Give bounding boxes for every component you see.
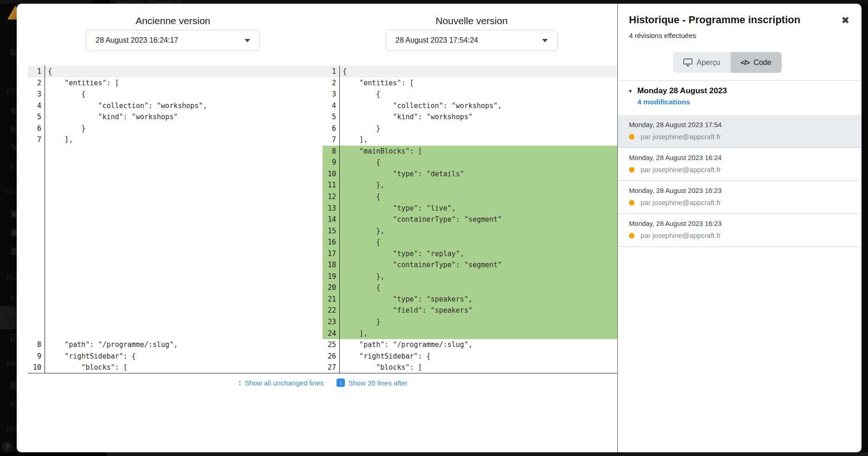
code-line: "entities": [ xyxy=(45,77,323,89)
show-after-link[interactable]: ↓ Show 20 lines after xyxy=(337,379,408,387)
line-number: 8 xyxy=(323,146,340,157)
code-line: } xyxy=(45,123,323,135)
diff-row: 22 "field": "speakers" xyxy=(323,305,617,316)
revision-item[interactable]: Monday, 28 August 2023 16:23par josephin… xyxy=(618,181,862,214)
line-number: 7 xyxy=(28,134,45,146)
app-header-title: Package - Formule C xyxy=(116,0,182,4)
diff-row: 4 "collection": "workshops", xyxy=(28,100,323,112)
code-line: "collection": "workshops", xyxy=(340,100,617,112)
code-line: }, xyxy=(340,180,617,191)
diff-row: 7 ], xyxy=(323,134,617,146)
code-line: { xyxy=(340,191,617,203)
diff-row: 18 "containerType": "segment" xyxy=(323,259,617,271)
code-line: "path": "/programme/:slug", xyxy=(340,339,617,351)
sidebar-section-label: INT xyxy=(6,426,17,433)
diff-row: 10 "blocks": [ xyxy=(28,362,323,373)
down-arrow-icon: ↓ xyxy=(337,379,345,387)
new-version-title: Nouvelle version xyxy=(386,15,557,26)
app-header-strip: Package - Formule C xyxy=(0,0,868,4)
old-version-dropdown[interactable]: 28 August 2023 16:24:17 xyxy=(86,30,260,51)
revision-date: Monday, 28 August 2023 17:54 xyxy=(629,121,862,128)
diff-row: 6 } xyxy=(323,123,617,135)
collapse-triangle-icon[interactable]: ▼ xyxy=(628,89,633,106)
code-line: ], xyxy=(340,134,617,146)
diff-row: 13 "type": "live", xyxy=(323,203,617,214)
header-block xyxy=(93,0,110,4)
line-number: 2 xyxy=(323,77,340,89)
show-unchanged-link[interactable]: ↕ Show all unchanged lines xyxy=(238,379,324,387)
diff-expand-links: ↕ Show all unchanged lines ↓ Show 20 lin… xyxy=(28,379,617,387)
history-diff-modal: Ancienne version Nouvelle version 28 Aug… xyxy=(17,4,862,452)
new-version-dropdown[interactable]: 28 August 2023 17:54:24 xyxy=(386,30,557,51)
line-number: 7 xyxy=(323,134,340,146)
chevron-down-icon xyxy=(245,39,250,42)
diff-row: 25 "path": "/programme/:slug", xyxy=(323,339,617,351)
line-number: 10 xyxy=(28,362,45,373)
revision-item[interactable]: Monday, 28 August 2023 16:24par josephin… xyxy=(618,148,862,181)
code-line: "type": "speakers", xyxy=(340,294,617,305)
diff-row: 20 { xyxy=(323,282,617,294)
line-number: 22 xyxy=(323,305,340,316)
line-number: 3 xyxy=(323,89,340,100)
line-number: 5 xyxy=(28,111,45,123)
revision-author-row: par josephine@appcraft.fr xyxy=(629,199,862,206)
code-line: }, xyxy=(340,225,617,237)
code-line: "mainBlocks": [ xyxy=(340,146,617,157)
code-line: }, xyxy=(340,271,617,283)
code-line: "blocks": [ xyxy=(45,362,323,373)
close-icon[interactable]: ✖ xyxy=(841,15,849,26)
code-spacer xyxy=(45,146,323,340)
code-line: "collection": "workshops", xyxy=(45,100,323,112)
diff-row: 11 }, xyxy=(323,180,617,191)
line-number: 8 xyxy=(28,339,45,351)
diff-row xyxy=(28,146,323,340)
revision-item[interactable]: Monday, 28 August 2023 16:23par josephin… xyxy=(618,214,862,247)
app-footer-strip xyxy=(0,452,868,456)
revision-item[interactable]: Monday, 28 August 2023 17:54par josephin… xyxy=(618,115,862,148)
line-number: 1 xyxy=(323,66,340,77)
diff-row: 27 "blocks": [ xyxy=(323,362,617,373)
diff-row: 9 "rightSidebar": { xyxy=(28,351,323,362)
status-dot-icon xyxy=(629,134,635,140)
line-number: 27 xyxy=(323,362,340,373)
diff-row: 6 } xyxy=(28,123,323,135)
revision-author: par josephine@appcraft.fr xyxy=(641,166,721,173)
monitor-icon xyxy=(683,58,693,66)
apercu-label: Aperçu xyxy=(697,58,720,67)
diff-row: 24 ], xyxy=(323,328,617,340)
view-toggle: Aperçu </> Code xyxy=(673,52,782,73)
new-version-selected: 28 August 2023 17:54:24 xyxy=(395,36,478,45)
gutter-spacer xyxy=(28,146,45,340)
revision-author-row: par josephine@appcraft.fr xyxy=(629,133,862,141)
code-icon: </> xyxy=(741,58,750,66)
diff-row: 10 "type": "details" xyxy=(323,168,617,180)
line-number: 16 xyxy=(323,237,340,248)
line-number: 9 xyxy=(28,351,45,362)
line-number: 12 xyxy=(323,191,340,203)
code-line: "rightSidebar": { xyxy=(45,351,323,362)
revision-date: Monday, 28 August 2023 16:23 xyxy=(629,220,862,227)
help-button[interactable]: ? xyxy=(2,441,13,452)
code-line: { xyxy=(340,89,617,100)
diff-row: 14 "containerType": "segment" xyxy=(323,214,617,225)
line-number: 19 xyxy=(323,271,340,283)
chevron-down-icon xyxy=(542,39,548,42)
diff-row: 17 "type": "replay", xyxy=(323,248,617,260)
diff-row: 15 }, xyxy=(323,225,617,237)
history-title: Historique - Programme inscription xyxy=(629,14,800,26)
code-line: "containerType": "segment" xyxy=(340,214,617,225)
code-line: } xyxy=(340,123,617,135)
revision-group-date: Monday 28 August 2023 xyxy=(637,86,727,96)
revision-author-row: par josephine@appcraft.fr xyxy=(629,231,862,239)
diff-row: 3 { xyxy=(323,89,617,100)
diff-row: 1{ xyxy=(28,66,323,77)
code-line: { xyxy=(340,157,617,168)
line-number: 24 xyxy=(323,328,340,340)
code-line: "path": "/programme/:slug", xyxy=(45,339,323,351)
code-tab[interactable]: </> Code xyxy=(731,52,782,73)
code-line: "type": "details" xyxy=(340,168,617,180)
diff-row: 2 "entities": [ xyxy=(323,77,617,89)
code-line: "rightSidebar": { xyxy=(340,351,617,362)
apercu-tab[interactable]: Aperçu xyxy=(673,52,731,73)
modifications-link[interactable]: 4 modifications xyxy=(637,98,727,106)
